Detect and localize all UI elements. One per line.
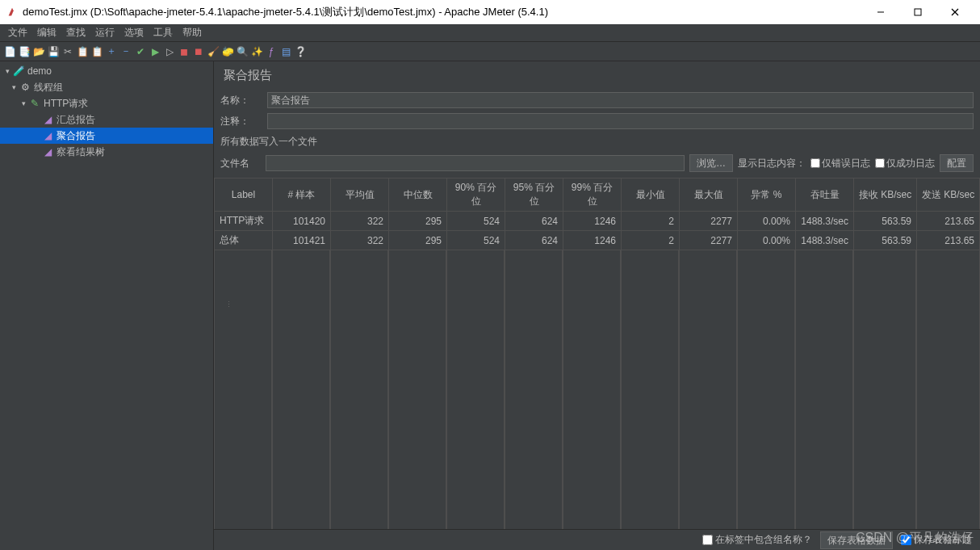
tree-label: 聚合报告 [57, 129, 95, 143]
toggle-icon[interactable]: ✔ [134, 45, 147, 58]
th-recv[interactable]: 接收 KB/sec [854, 178, 917, 212]
tree-label: 察看结果树 [57, 145, 105, 159]
th-max[interactable]: 最大值 [680, 178, 738, 212]
th-send[interactable]: 发送 KB/sec [917, 178, 980, 212]
filename-input[interactable] [266, 155, 685, 171]
search-icon[interactable]: 🔍 [236, 45, 249, 58]
th-p95[interactable]: 95% 百分位 [505, 178, 563, 212]
plus-icon[interactable]: ＋ [105, 45, 118, 58]
cut-icon[interactable]: ✂ [61, 45, 74, 58]
table-cell: 322 [331, 212, 389, 231]
start-icon[interactable]: ▶ [149, 45, 161, 58]
close-button[interactable] [936, 0, 974, 24]
show-log-label: 显示日志内容： [738, 157, 806, 170]
table-cell: 295 [389, 231, 447, 250]
table-row[interactable]: 总体1014213222955246241246222770.00%1488.3… [215, 231, 980, 250]
th-avg[interactable]: 平均值 [331, 178, 389, 212]
svg-rect-1 [915, 9, 921, 15]
new-icon[interactable]: 📄 [3, 45, 16, 58]
open-icon[interactable]: 📂 [32, 45, 45, 58]
th-label[interactable]: Label [215, 178, 273, 212]
tree-node-testplan[interactable]: ▾ 🧪 demo [0, 63, 213, 79]
table-cell: 1246 [563, 212, 622, 231]
name-input[interactable] [267, 92, 974, 108]
stop-icon[interactable]: ◼ [178, 45, 191, 58]
panel-heading: 聚合报告 [214, 61, 980, 90]
maximize-button[interactable] [899, 0, 936, 24]
minimize-button[interactable] [862, 0, 899, 24]
heap-icon[interactable]: ▤ [279, 45, 292, 58]
table-cell: 2 [622, 212, 680, 231]
chart-icon: ◢ [42, 146, 53, 157]
comment-input[interactable] [267, 113, 974, 129]
tree-label: 线程组 [34, 81, 63, 94]
file-row: 文件名 浏览… 显示日志内容： 仅错误日志 仅成功日志 配置 [214, 152, 980, 174]
save-header-label: 保存表格标题 [914, 533, 972, 547]
minus-icon[interactable]: － [119, 45, 132, 58]
only-success-label: 仅成功日志 [886, 157, 935, 170]
tree-node-summary[interactable]: ◢ 汇总报告 [0, 111, 213, 128]
menu-find[interactable]: 查找 [61, 24, 90, 41]
comment-row: 注释： [214, 111, 980, 132]
only-error-label: 仅错误日志 [822, 157, 870, 170]
app-icon [6, 6, 18, 18]
table-cell: 2277 [680, 212, 738, 231]
th-p90[interactable]: 90% 百分位 [447, 178, 505, 212]
start-notimers-icon[interactable]: ▷ [163, 45, 176, 58]
include-group-checkbox[interactable] [702, 535, 713, 545]
tree-node-resultstree[interactable]: ◢ 察看结果树 [0, 144, 213, 160]
th-p99[interactable]: 99% 百分位 [563, 178, 622, 212]
copy-icon[interactable]: 📋 [76, 45, 89, 58]
tree-label: HTTP请求 [44, 97, 88, 111]
only-success-checkbox[interactable] [875, 158, 885, 168]
titlebar: demoTest.jmx (D:\Soft\apache-jmeter-5.4.… [0, 0, 980, 24]
table-cell: 322 [331, 231, 389, 250]
table-cell: 524 [447, 231, 505, 250]
menu-options[interactable]: 选项 [119, 24, 149, 41]
save-icon[interactable]: 💾 [47, 45, 60, 58]
configure-button[interactable]: 配置 [940, 154, 974, 172]
twisty-icon[interactable]: ▾ [3, 67, 11, 75]
tree-label: demo [27, 65, 52, 77]
pencil-icon: ✎ [29, 98, 40, 109]
templates-icon[interactable]: 📑 [18, 45, 31, 58]
tree-node-aggregate[interactable]: ◢ 聚合报告 [0, 128, 213, 144]
clear-icon[interactable]: 🧹 [207, 45, 220, 58]
reset-search-icon[interactable]: ✨ [250, 45, 263, 58]
only-error-checkbox[interactable] [810, 158, 820, 168]
help-icon[interactable]: ❔ [294, 45, 307, 58]
th-throughput[interactable]: 吞吐量 [796, 178, 854, 212]
th-median[interactable]: 中位数 [389, 178, 447, 212]
save-header-checkbox[interactable] [901, 535, 911, 545]
browse-button[interactable]: 浏览… [689, 154, 733, 172]
table-cell: 213.65 [917, 212, 980, 231]
table-row[interactable]: HTTP请求1014203222955246241246222770.00%14… [215, 212, 980, 231]
splitter[interactable]: ⋮ [227, 60, 231, 548]
name-row: 名称： [214, 90, 980, 111]
menu-edit[interactable]: 编辑 [32, 24, 61, 41]
twisty-icon[interactable]: ▾ [19, 99, 27, 107]
paste-icon[interactable]: 📋 [90, 45, 103, 58]
menu-run[interactable]: 运行 [90, 24, 119, 41]
twisty-icon[interactable]: ▾ [10, 83, 18, 91]
fn-icon[interactable]: ƒ [265, 45, 278, 58]
table-header-row: Label # 样本 平均值 中位数 90% 百分位 95% 百分位 99% 百… [215, 178, 980, 212]
tree-node-http[interactable]: ▾ ✎ HTTP请求 [0, 95, 213, 111]
menu-file[interactable]: 文件 [3, 24, 32, 41]
main: ▾ 🧪 demo ▾ ⚙ 线程组 ▾ ✎ HTTP请求 ◢ 汇总报告 ◢ 聚合报… [0, 61, 980, 550]
menu-help[interactable]: 帮助 [178, 24, 207, 41]
menubar: 文件 编辑 查找 运行 选项 工具 帮助 [0, 24, 980, 42]
tree-node-threadgroup[interactable]: ▾ ⚙ 线程组 [0, 79, 213, 95]
window-controls [862, 0, 974, 24]
save-table-button[interactable]: 保存表格数据 [820, 531, 893, 549]
table-cell: 1488.3/sec [796, 212, 854, 231]
chart-icon: ◢ [42, 114, 53, 125]
clear-all-icon[interactable]: 🧽 [221, 45, 234, 58]
th-min[interactable]: 最小值 [622, 178, 680, 212]
th-samples[interactable]: # 样本 [273, 178, 331, 212]
table-cell: 213.65 [917, 231, 980, 250]
shutdown-icon[interactable]: ⏹ [192, 45, 205, 58]
menu-tools[interactable]: 工具 [149, 24, 178, 41]
th-error[interactable]: 异常 % [738, 178, 796, 212]
include-group-label: 在标签中包含组名称？ [715, 533, 812, 547]
